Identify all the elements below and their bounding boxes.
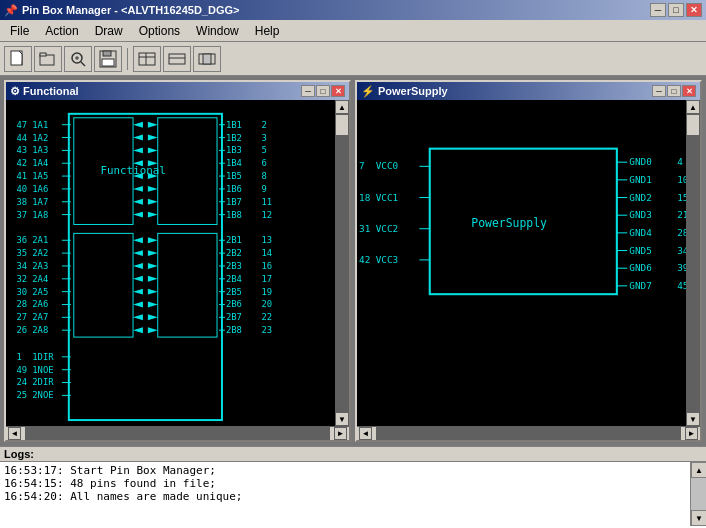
svg-text:31: 31 <box>359 223 370 234</box>
powersupply-min-btn[interactable]: ─ <box>652 85 666 97</box>
svg-marker-152 <box>148 263 158 269</box>
svg-text:8: 8 <box>261 171 266 181</box>
svg-text:VCC3: VCC3 <box>376 254 399 265</box>
svg-text:GND6: GND6 <box>629 262 652 273</box>
functional-title-btns: ─ □ ✕ <box>301 85 345 97</box>
functional-scroll-up[interactable]: ▲ <box>335 100 349 114</box>
svg-marker-123 <box>133 327 143 333</box>
svg-text:VCC2: VCC2 <box>376 223 399 234</box>
minimize-button[interactable]: ─ <box>650 3 666 17</box>
log-scroll-down[interactable]: ▼ <box>691 510 706 526</box>
svg-marker-100 <box>133 135 143 141</box>
functional-close-btn[interactable]: ✕ <box>331 85 345 97</box>
svg-text:7: 7 <box>359 160 365 171</box>
powersupply-hscroll-left[interactable]: ◄ <box>359 427 372 440</box>
svg-text:1A1: 1A1 <box>32 120 48 130</box>
svg-rect-149 <box>158 233 217 337</box>
svg-text:2B3: 2B3 <box>226 261 242 271</box>
svg-text:GND3: GND3 <box>629 209 652 220</box>
svg-text:20: 20 <box>261 299 272 309</box>
svg-text:1B8: 1B8 <box>226 210 242 220</box>
log-entry-0: 16:53:17: Start Pin Box Manager; <box>4 464 686 477</box>
svg-rect-9 <box>102 59 114 66</box>
toolbar-new[interactable] <box>4 46 32 72</box>
svg-text:3: 3 <box>261 133 266 143</box>
svg-marker-120 <box>133 289 143 295</box>
svg-text:44: 44 <box>16 133 27 143</box>
svg-text:16: 16 <box>261 261 272 271</box>
close-button[interactable]: ✕ <box>686 3 702 17</box>
svg-text:13: 13 <box>261 235 272 245</box>
svg-marker-104 <box>133 186 143 192</box>
log-scroll-up[interactable]: ▲ <box>691 462 706 478</box>
toolbar-save[interactable] <box>94 46 122 72</box>
menu-action[interactable]: Action <box>37 22 86 40</box>
powersupply-max-btn[interactable]: □ <box>667 85 681 97</box>
svg-text:2B5: 2B5 <box>226 287 242 297</box>
log-vscroll[interactable]: ▲ ▼ <box>690 462 706 526</box>
svg-text:5: 5 <box>261 145 266 155</box>
functional-hscroll-left[interactable]: ◄ <box>8 427 21 440</box>
svg-rect-13 <box>169 54 185 64</box>
svg-marker-101 <box>133 147 143 153</box>
functional-hscroll-track[interactable] <box>25 427 330 440</box>
svg-text:24: 24 <box>16 377 27 387</box>
svg-marker-139 <box>148 199 158 205</box>
svg-text:1A6: 1A6 <box>32 184 48 194</box>
svg-text:18: 18 <box>359 192 371 203</box>
toolbar-b2[interactable] <box>163 46 191 72</box>
svg-text:17: 17 <box>261 274 272 284</box>
svg-text:25: 25 <box>16 390 27 400</box>
svg-text:1A3: 1A3 <box>32 145 48 155</box>
svg-text:1A7: 1A7 <box>32 197 48 207</box>
svg-marker-119 <box>133 276 143 282</box>
svg-text:1B4: 1B4 <box>226 158 242 168</box>
svg-text:GND2: GND2 <box>629 192 652 203</box>
svg-marker-105 <box>133 199 143 205</box>
toolbar-b1[interactable] <box>133 46 161 72</box>
svg-marker-154 <box>148 289 158 295</box>
svg-text:2B4: 2B4 <box>226 274 242 284</box>
toolbar-zoom[interactable] <box>64 46 92 72</box>
svg-marker-156 <box>148 314 158 320</box>
powersupply-close-btn[interactable]: ✕ <box>682 85 696 97</box>
svg-line-4 <box>81 62 85 66</box>
toolbar-b3[interactable] <box>193 46 221 72</box>
maximize-button[interactable]: □ <box>668 3 684 17</box>
menu-draw[interactable]: Draw <box>87 22 131 40</box>
svg-text:27: 27 <box>16 312 27 322</box>
powersupply-scroll-down[interactable]: ▼ <box>686 412 700 426</box>
menu-file[interactable]: File <box>2 22 37 40</box>
functional-icon: ⚙ <box>10 85 20 98</box>
svg-text:2A2: 2A2 <box>32 248 48 258</box>
menu-options[interactable]: Options <box>131 22 188 40</box>
svg-marker-157 <box>148 327 158 333</box>
powersupply-title: PowerSupply <box>378 85 448 97</box>
svg-text:32: 32 <box>16 274 27 284</box>
svg-text:1B6: 1B6 <box>226 184 242 194</box>
svg-marker-153 <box>148 276 158 282</box>
svg-text:1A8: 1A8 <box>32 210 48 220</box>
svg-text:Functional: Functional <box>100 164 165 177</box>
toolbar-open[interactable] <box>34 46 62 72</box>
svg-marker-118 <box>133 263 143 269</box>
menu-help[interactable]: Help <box>247 22 288 40</box>
powersupply-vscroll[interactable]: ▲ ▼ <box>686 100 700 426</box>
svg-text:36: 36 <box>16 235 27 245</box>
powersupply-hscroll-right[interactable]: ► <box>685 427 698 440</box>
functional-vscroll[interactable]: ▲ ▼ <box>335 100 349 426</box>
functional-max-btn[interactable]: □ <box>316 85 330 97</box>
powersupply-hscroll-track[interactable] <box>376 427 681 440</box>
svg-marker-122 <box>133 314 143 320</box>
menu-window[interactable]: Window <box>188 22 247 40</box>
svg-text:GND4: GND4 <box>629 227 652 238</box>
functional-min-btn[interactable]: ─ <box>301 85 315 97</box>
functional-hscroll-right[interactable]: ► <box>334 427 347 440</box>
powersupply-scroll-up[interactable]: ▲ <box>686 100 700 114</box>
functional-scroll-down[interactable]: ▼ <box>335 412 349 426</box>
powersupply-diagram: 7 18 31 42 VCC0 VCC1 VCC2 VCC3 PowerSupp… <box>357 100 700 426</box>
svg-text:35: 35 <box>16 248 27 258</box>
svg-marker-99 <box>133 122 143 128</box>
log-area: Logs: 16:53:17: Start Pin Box Manager; 1… <box>0 446 706 528</box>
log-text-area: 16:53:17: Start Pin Box Manager; 16:54:1… <box>0 462 690 526</box>
